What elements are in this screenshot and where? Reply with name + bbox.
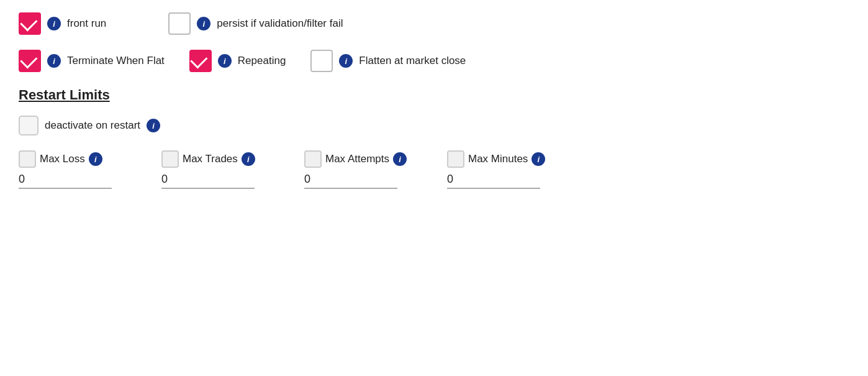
repeating-info-icon[interactable]: i — [218, 54, 232, 68]
limit-item-2: Max Attemptsi — [304, 150, 410, 189]
deactivate-on-restart-checkbox[interactable] — [19, 116, 38, 135]
limit-header-0: Max Lossi — [19, 150, 124, 168]
deactivate-on-restart-row: deactivate on restart i — [19, 116, 849, 135]
limit-label-0: Max Loss — [40, 153, 85, 165]
persist-filter-label: persist if validation/filter fail — [217, 17, 343, 30]
limit-item-1: Max Tradesi — [161, 150, 267, 189]
front-run-info-icon[interactable]: i — [47, 17, 61, 30]
limits-row: Max LossiMax TradesiMax AttemptsiMax Min… — [19, 150, 849, 189]
limit-label-2: Max Attempts — [325, 153, 389, 165]
limit-label-3: Max Minutes — [468, 153, 528, 165]
flatten-at-close-item: i Flatten at market close — [310, 50, 466, 72]
persist-filter-item: i persist if validation/filter fail — [168, 12, 343, 35]
row2: i Terminate When Flat i Repeating i Flat… — [19, 50, 849, 72]
row1: i front run i persist if validation/filt… — [19, 12, 849, 35]
repeating-checkbox[interactable] — [189, 50, 212, 72]
terminate-when-flat-checkbox[interactable] — [19, 50, 41, 72]
terminate-when-flat-label: Terminate When Flat — [67, 55, 165, 67]
deactivate-on-restart-info-icon[interactable]: i — [147, 119, 160, 132]
restart-limits-section: Restart Limits deactivate on restart i M… — [19, 87, 849, 200]
terminate-when-flat-item: i Terminate When Flat — [19, 50, 165, 72]
limit-checkbox-1[interactable] — [161, 150, 179, 168]
limit-info-icon-2[interactable]: i — [393, 152, 407, 166]
limit-checkbox-0[interactable] — [19, 150, 36, 168]
limit-checkbox-3[interactable] — [447, 150, 464, 168]
limit-label-1: Max Trades — [183, 153, 238, 165]
limit-info-icon-3[interactable]: i — [531, 152, 545, 166]
terminate-when-flat-info-icon[interactable]: i — [47, 54, 61, 68]
restart-limits-title: Restart Limits — [19, 87, 849, 103]
flatten-at-close-label: Flatten at market close — [359, 55, 466, 67]
limit-header-3: Max Minutesi — [447, 150, 553, 168]
front-run-label: front run — [67, 17, 106, 30]
deactivate-on-restart-label: deactivate on restart — [45, 119, 140, 132]
limit-item-0: Max Lossi — [19, 150, 124, 189]
limit-value-input-0[interactable] — [19, 173, 112, 189]
repeating-item: i Repeating — [189, 50, 286, 72]
limit-value-input-3[interactable] — [447, 173, 540, 189]
limit-checkbox-2[interactable] — [304, 150, 322, 168]
limit-header-1: Max Tradesi — [161, 150, 267, 168]
limit-item-3: Max Minutesi — [447, 150, 553, 189]
limit-value-input-2[interactable] — [304, 173, 397, 189]
limit-info-icon-0[interactable]: i — [89, 152, 102, 166]
limit-header-2: Max Attemptsi — [304, 150, 410, 168]
front-run-checkbox[interactable] — [19, 12, 41, 35]
flatten-at-close-info-icon[interactable]: i — [339, 54, 353, 68]
front-run-item: i front run — [19, 12, 106, 35]
flatten-at-close-checkbox[interactable] — [310, 50, 333, 72]
limit-info-icon-1[interactable]: i — [242, 152, 255, 166]
limit-value-input-1[interactable] — [161, 173, 255, 189]
persist-filter-checkbox[interactable] — [168, 12, 191, 35]
repeating-label: Repeating — [238, 55, 286, 67]
persist-filter-info-icon[interactable]: i — [197, 17, 210, 30]
